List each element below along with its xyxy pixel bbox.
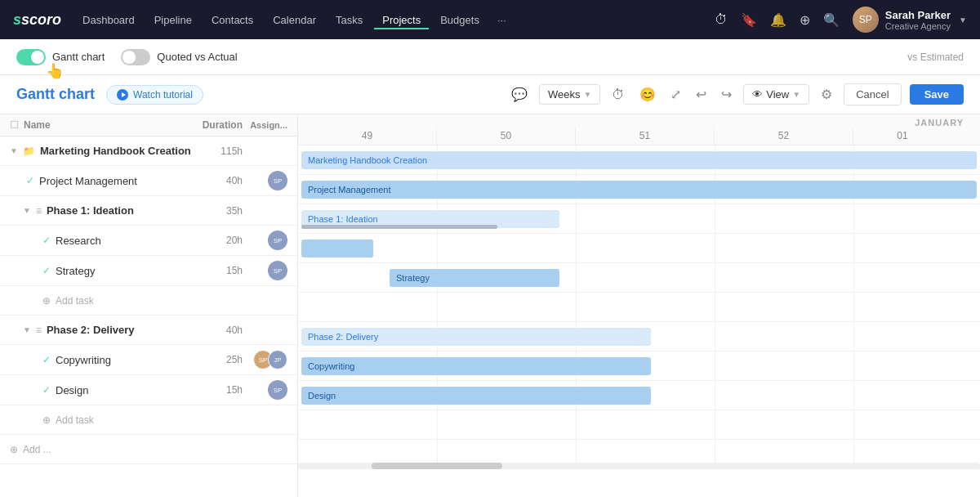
- gantt-bar[interactable]: Phase 2: Delivery: [301, 328, 651, 346]
- gantt-bar[interactable]: Design: [301, 387, 651, 405]
- undo-button[interactable]: ↩: [693, 83, 710, 105]
- table-row: ▼ 📁 Marketing Handbook Creation 115h: [0, 137, 297, 166]
- gantt-chart-inner: JANUARY 49 50 51 52 01 Marketing Handboo…: [298, 114, 980, 469]
- table-row: ✓ Research 20h SP: [0, 226, 297, 256]
- assign-col-header: Assign...: [243, 120, 287, 130]
- gantt-bar[interactable]: Project Management: [301, 181, 977, 199]
- watch-tutorial-button[interactable]: Watch tutorial: [106, 85, 203, 105]
- table-row[interactable]: ⊕ Add ...: [0, 435, 297, 464]
- table-row[interactable]: ⊕ Add task: [0, 405, 297, 435]
- weeks-selector[interactable]: Weeks ▼: [539, 84, 600, 105]
- add-task-label[interactable]: Add task: [56, 414, 94, 426]
- task-assign: SP: [243, 171, 287, 190]
- check-icon: ✓: [42, 265, 51, 276]
- watch-tutorial-label: Watch tutorial: [133, 89, 193, 101]
- gantt-bar[interactable]: Strategy: [390, 269, 559, 287]
- table-row[interactable]: ⊕ Add task: [0, 286, 297, 316]
- cancel-button[interactable]: Cancel: [844, 83, 901, 105]
- search-icon[interactable]: 🔍: [823, 12, 840, 28]
- quoted-vs-actual-toggle[interactable]: Quoted vs Actual: [121, 49, 237, 65]
- add-icon[interactable]: ⊕: [800, 12, 810, 28]
- nav-more-dots[interactable]: ···: [491, 14, 513, 26]
- logo[interactable]: sscoro: [13, 11, 61, 29]
- table-row: ▼ ≡ Phase 2: Delivery 40h: [0, 316, 297, 345]
- view-chevron-icon: ▼: [792, 90, 800, 99]
- task-table-header: ☐ Name Duration Assign...: [0, 114, 297, 137]
- check-icon: ✓: [42, 384, 51, 396]
- clock-icon[interactable]: ⏱: [715, 12, 728, 27]
- check-icon: ✓: [42, 354, 51, 365]
- task-duration: 35h: [198, 205, 243, 217]
- user-profile[interactable]: SP Sarah Parker Creative Agency ▼: [853, 7, 967, 33]
- gantt-row: Phase 1: Ideation: [298, 204, 980, 234]
- chevron-down-icon: ▼: [959, 16, 967, 25]
- table-row: ✓ Project Management 40h SP: [0, 166, 297, 196]
- gantt-toggle-switch[interactable]: [16, 49, 46, 65]
- settings-button[interactable]: ⚙: [817, 83, 835, 105]
- comment-button[interactable]: 💬: [508, 83, 531, 105]
- gantt-bar[interactable]: [301, 240, 373, 257]
- gantt-bar[interactable]: Copywriting: [301, 357, 651, 375]
- name-col-header: Name: [24, 119, 51, 131]
- add-more-label[interactable]: Add ...: [23, 444, 51, 455]
- vs-estimated-label: vs Estimated: [907, 51, 964, 63]
- weeks-label: Weeks: [548, 88, 581, 101]
- task-name[interactable]: Phase 2: Delivery: [47, 324, 135, 336]
- task-name[interactable]: Marketing Handbook Creation: [40, 145, 191, 157]
- week-col: 01: [853, 127, 951, 145]
- redo-button[interactable]: ↪: [718, 83, 735, 105]
- task-duration: 15h: [198, 384, 243, 396]
- expand-button[interactable]: ⤢: [667, 83, 684, 105]
- task-name[interactable]: Copywriting: [56, 354, 111, 366]
- january-label: JANUARY: [915, 118, 964, 128]
- gantt-bar[interactable]: Marketing Handbook Creation: [301, 151, 977, 169]
- collapse-icon[interactable]: ▼: [23, 325, 31, 334]
- task-name[interactable]: Project Management: [39, 175, 137, 187]
- task-name[interactable]: Research: [56, 235, 101, 247]
- nav-item-projects[interactable]: Projects: [374, 11, 429, 29]
- save-button[interactable]: Save: [910, 84, 964, 105]
- task-duration: 25h: [198, 354, 243, 365]
- avatar: SP: [268, 171, 287, 190]
- add-icon: ⊕: [10, 444, 18, 455]
- quoted-toggle-switch[interactable]: [121, 49, 150, 65]
- week-col: 51: [576, 127, 715, 145]
- nav-item-calendar[interactable]: Calendar: [265, 11, 324, 29]
- nav-item-contacts[interactable]: Contacts: [203, 11, 261, 29]
- emoji-button[interactable]: 😊: [636, 83, 659, 105]
- gantt-progress-bar: [301, 225, 497, 229]
- gantt-chart-label: Gantt chart: [52, 51, 105, 63]
- task-name[interactable]: Strategy: [56, 265, 95, 277]
- table-row: ✓ Copywriting 25h SP JP: [0, 345, 297, 375]
- collapse-icon[interactable]: ▼: [10, 146, 18, 155]
- gantt-row: Strategy: [298, 263, 980, 293]
- bookmark-icon[interactable]: 🔖: [741, 12, 757, 28]
- avatar: SP: [853, 7, 879, 33]
- clock-control-button[interactable]: ⏱: [608, 84, 628, 105]
- table-row: ✓ Design 15h SP: [0, 375, 297, 405]
- nav-item-dashboard[interactable]: Dashboard: [74, 11, 143, 29]
- task-assign: SP: [243, 380, 287, 400]
- task-panel: ☐ Name Duration Assign... ▼ 📁 Marketing …: [0, 114, 298, 497]
- gantt-week-header: JANUARY 49 50 51 52 01: [298, 114, 980, 146]
- view-label: View: [766, 88, 789, 101]
- task-name[interactable]: Design: [56, 384, 88, 396]
- view-selector[interactable]: 👁 View ▼: [743, 84, 809, 105]
- main-content: Gantt chart Watch tutorial 💬 Weeks ▼ ⏱ 😊…: [0, 75, 980, 497]
- nav-item-pipeline[interactable]: Pipeline: [146, 11, 200, 29]
- avatar: SP: [268, 231, 287, 250]
- bell-icon[interactable]: 🔔: [770, 12, 786, 28]
- add-task-label[interactable]: Add task: [56, 295, 94, 307]
- collapse-icon[interactable]: ▼: [23, 206, 31, 215]
- task-name[interactable]: Phase 1: Ideation: [47, 204, 134, 217]
- gantt-row: [298, 293, 980, 322]
- gantt-controls: 💬 Weeks ▼ ⏱ 😊 ⤢ ↩ ↪ 👁 View ▼ ⚙ Cancel Sa…: [508, 83, 964, 105]
- phase-icon: ≡: [36, 205, 42, 217]
- add-icon: ⊕: [42, 295, 51, 307]
- gantt-row: Phase 2: Delivery: [298, 322, 980, 351]
- nav-item-tasks[interactable]: Tasks: [327, 11, 371, 29]
- gantt-chart-toggle[interactable]: Gantt chart: [16, 49, 105, 65]
- nav-item-budgets[interactable]: Budgets: [432, 11, 488, 29]
- task-assign: SP: [243, 231, 287, 250]
- horizontal-scrollbar[interactable]: [298, 463, 980, 469]
